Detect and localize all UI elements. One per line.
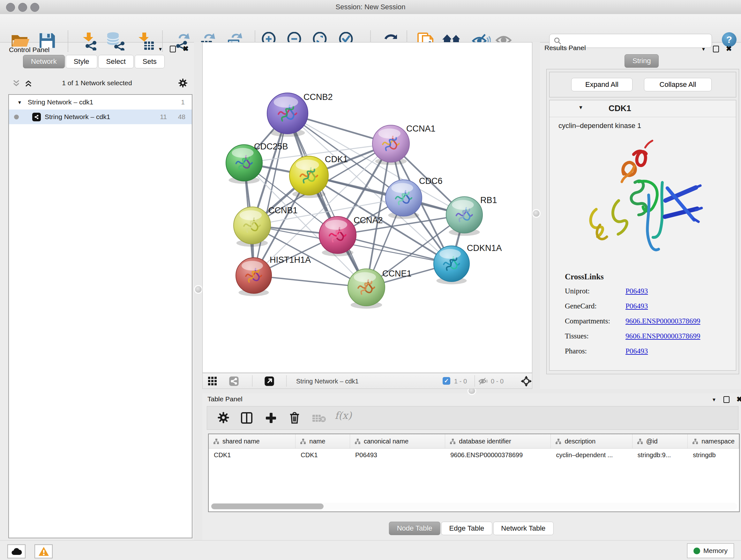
node-CCNA1[interactable] (373, 125, 409, 165)
delete-column-trash-icon[interactable] (287, 411, 301, 426)
right-splitter[interactable] (532, 42, 540, 389)
delete-table-icon (312, 414, 327, 425)
crosslink-row: Tissues: 9606.ENSP00000378699 (565, 332, 736, 340)
column-type-icon (213, 438, 219, 444)
tab-sets[interactable]: Sets (135, 55, 165, 68)
node-CCNA2[interactable] (319, 216, 356, 256)
crosslink-link[interactable]: 9606.ENSP00000378699 (625, 332, 700, 340)
crosslink-label: Pharos: (565, 347, 625, 355)
collection-count: 1 (181, 98, 185, 106)
crosslink-label: Uniprot: (565, 287, 625, 295)
crosslink-link[interactable]: P06493 (625, 302, 648, 310)
gene-section-header[interactable]: ▼ CDK1 (549, 100, 736, 117)
panel-menu-icon[interactable]: ▼ (712, 397, 717, 402)
node-RB1[interactable] (446, 197, 482, 236)
node-HIST1H1A[interactable] (236, 258, 272, 296)
expand-all-button[interactable]: Expand All (571, 78, 632, 91)
tab-node-table[interactable]: Node Table (389, 522, 441, 535)
network-options-gear-icon[interactable] (178, 78, 188, 89)
table-cell[interactable]: CDK1 (295, 449, 350, 462)
section-expander-icon[interactable]: ▼ (578, 105, 583, 111)
grid-view-icon[interactable] (207, 376, 218, 388)
table-hscrollbar[interactable] (211, 503, 737, 510)
protein-structure-image (567, 135, 736, 270)
node-CCNB1[interactable] (233, 207, 271, 247)
float-panel-icon[interactable] (170, 46, 176, 52)
node-label-CDC6: CDC6 (419, 176, 443, 186)
node-label-CCNA1: CCNA1 (406, 124, 435, 133)
float-panel-icon[interactable] (724, 396, 730, 403)
maximize-window-icon[interactable] (30, 3, 39, 12)
crosslink-link[interactable]: 9606.ENSP00000378699 (625, 317, 700, 325)
table-settings-gear-icon[interactable] (217, 411, 230, 426)
edge-CCNB2-HIST1H1A[interactable] (254, 113, 287, 275)
network-view[interactable]: CCNB2CCNA1CDC25BCDK1CDC6RB1CCNB1CCNA2CDK… (202, 42, 532, 373)
cloud-button[interactable] (7, 544, 25, 558)
node-CDC6[interactable] (386, 180, 422, 219)
open-in-new-window-icon[interactable] (264, 376, 274, 388)
node-CCNE1[interactable] (348, 269, 385, 309)
network-selection-row: 1 of 1 Network selected (0, 77, 194, 91)
selected-nodes-checkbox-icon[interactable]: ✓ (443, 377, 450, 385)
tab-edge-table[interactable]: Edge Table (441, 522, 492, 535)
table-cell[interactable]: 9606.ENSP00000378699 (445, 449, 551, 462)
node-label-CDK1: CDK1 (325, 154, 348, 164)
close-window-icon[interactable] (6, 3, 15, 12)
column-header-databaseidentifier[interactable]: database identifier (445, 434, 551, 448)
network-canvas[interactable]: CCNB2CCNA1CDC25BCDK1CDC6RB1CCNB1CCNA2CDK… (203, 43, 532, 373)
tab-style[interactable]: Style (66, 55, 97, 68)
left-splitter-handle[interactable] (195, 286, 202, 293)
table-row[interactable]: CDK1CDK1P064939606.ENSP00000378699cyclin… (209, 449, 739, 462)
column-header-canonicalname[interactable]: canonical name (350, 434, 445, 448)
show-columns-icon[interactable] (240, 411, 254, 426)
right-splitter-handle[interactable] (533, 210, 540, 217)
close-panel-icon[interactable]: ✖ (726, 45, 732, 53)
memory-status-icon (693, 548, 700, 554)
table-cell[interactable]: stringdb (688, 449, 739, 462)
node-CDKN1A[interactable] (434, 246, 469, 284)
column-header-sharedname[interactable]: shared name (209, 434, 295, 448)
table-hscrollbar-thumb[interactable] (211, 503, 324, 509)
left-splitter[interactable] (194, 42, 202, 540)
network-row-selected[interactable]: String Network – cdk1 11 48 (9, 110, 192, 124)
function-builder-icon: f(x) (335, 410, 352, 421)
table-cell[interactable]: stringdb:9... (632, 449, 688, 462)
tree-expander-icon[interactable]: ▼ (17, 100, 22, 105)
collapse-all-button[interactable]: Collapse All (644, 78, 712, 91)
add-column-icon[interactable] (264, 411, 278, 426)
network-label: String Network – cdk1 (45, 113, 110, 121)
crosslink-row: Uniprot: P06493 (565, 287, 736, 295)
crosslinks-list: Uniprot: P06493 GeneCard: P06493 Compart… (565, 287, 736, 355)
column-header-name[interactable]: name (295, 434, 350, 448)
table-cell[interactable]: P06493 (350, 449, 445, 462)
column-header-description[interactable]: description (551, 434, 632, 448)
node-label-CCNA2: CCNA2 (354, 215, 383, 225)
column-header-id[interactable]: @id (632, 434, 688, 448)
close-panel-icon[interactable]: ✖ (183, 45, 189, 53)
control-panel-tabs: NetworkStyleSelectSets (23, 55, 165, 68)
network-view-mode-icon[interactable] (229, 376, 239, 388)
panel-menu-icon[interactable]: ▼ (158, 46, 163, 52)
crosslink-link[interactable]: P06493 (625, 347, 648, 355)
close-panel-icon[interactable]: ✖ (737, 395, 741, 403)
network-collection-row[interactable]: ▼ String Network – cdk1 1 (9, 95, 192, 110)
hidden-items-icon (478, 377, 488, 387)
tab-select[interactable]: Select (98, 55, 134, 68)
crosslink-link[interactable]: P06493 (625, 287, 648, 295)
tab-network-table[interactable]: Network Table (493, 522, 553, 535)
minimize-window-icon[interactable] (18, 3, 27, 12)
birds-eye-view-icon[interactable] (521, 375, 532, 388)
column-header-namespace[interactable]: namespace (688, 434, 739, 448)
memory-button[interactable]: Memory (687, 543, 734, 558)
float-panel-icon[interactable] (713, 46, 719, 52)
table-cell[interactable]: cyclin–dependent ... (551, 449, 632, 462)
crosslink-label: Compartments: (565, 317, 625, 325)
table-cell[interactable]: CDK1 (209, 449, 295, 462)
status-bar: Memory (0, 540, 741, 560)
warning-button[interactable] (35, 544, 53, 558)
tab-string[interactable]: String (624, 54, 660, 68)
cloud-icon (11, 547, 22, 556)
column-type-icon (354, 438, 360, 444)
tab-network[interactable]: Network (23, 55, 65, 68)
panel-menu-icon[interactable]: ▼ (701, 46, 706, 52)
